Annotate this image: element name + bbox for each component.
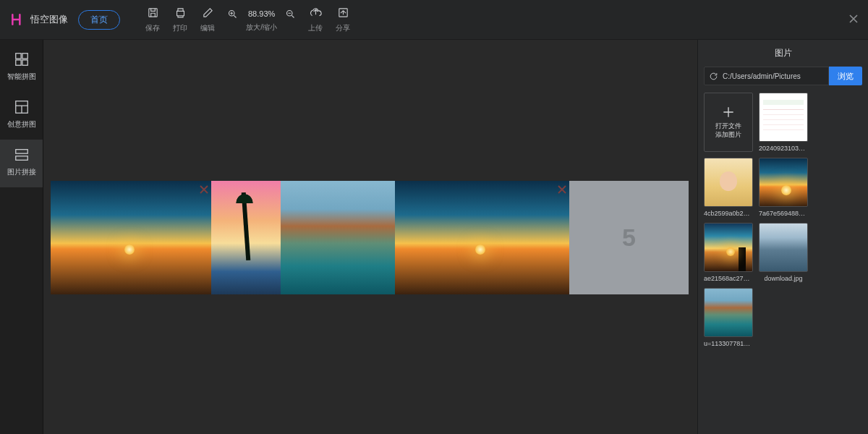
toolbar-group-share: 上传 分享 xyxy=(302,7,357,33)
slot-remove-button[interactable] xyxy=(558,184,566,192)
svg-rect-10 xyxy=(15,156,27,161)
refresh-icon[interactable] xyxy=(709,72,718,81)
path-input[interactable]: C:/Users/admin/Pictures xyxy=(704,67,829,85)
thumbnail-grid: 打开文件添加图片 2024092310340... 4cb2599a0b2a89… xyxy=(698,93,868,347)
thumbnail-label: 4cb2599a0b2a89e... xyxy=(704,210,753,217)
canvas-slot-1[interactable] xyxy=(51,181,211,294)
edit-button[interactable]: 编辑 xyxy=(194,7,221,33)
zoom-percent: 88.93% xyxy=(248,9,275,18)
thumbnail-item[interactable]: 7a67e56948809fd... xyxy=(759,158,808,217)
rows-icon xyxy=(14,147,30,163)
share-label: 分享 xyxy=(336,23,350,33)
sidebar-item-label: 创意拼图 xyxy=(7,119,36,129)
upload-label: 上传 xyxy=(308,23,323,33)
thumbnail-item[interactable]: 2024092310340... xyxy=(759,93,808,152)
share-button[interactable]: 分享 xyxy=(329,7,357,33)
svg-rect-4 xyxy=(15,54,20,59)
right-panel: 图片 C:/Users/admin/Pictures 浏览 打开文件添加图片 2… xyxy=(697,40,868,434)
plus-icon xyxy=(721,105,736,119)
canvas-slot-3[interactable] xyxy=(281,181,395,294)
upload-icon xyxy=(310,7,322,19)
svg-rect-7 xyxy=(22,60,27,65)
print-icon xyxy=(174,7,187,19)
zoom-out-icon[interactable] xyxy=(285,9,296,20)
thumbnail-item[interactable]: download.jpg xyxy=(759,223,808,282)
add-image-tile[interactable]: 打开文件添加图片 xyxy=(704,93,753,152)
grid-2x2-icon xyxy=(14,51,30,67)
stitch-canvas[interactable]: 5 xyxy=(51,181,689,294)
slot-remove-button[interactable] xyxy=(200,184,208,192)
save-icon xyxy=(147,7,159,19)
layout-icon xyxy=(14,99,30,115)
canvas-slot-4[interactable] xyxy=(395,181,569,294)
add-tile-line2: 添加图片 xyxy=(715,131,741,138)
thumbnail-label: ae21568ac27ea8e... xyxy=(704,275,753,282)
edit-icon xyxy=(202,7,214,19)
edit-label: 编辑 xyxy=(200,23,215,33)
home-button[interactable]: 首页 xyxy=(78,10,120,30)
slot-placeholder-number: 5 xyxy=(622,224,636,252)
share-icon xyxy=(337,7,349,19)
print-button[interactable]: 打印 xyxy=(166,7,194,33)
zoom-in-icon[interactable] xyxy=(227,9,238,20)
left-rail: 智能拼图 创意拼图 图片拼接 xyxy=(0,40,43,434)
topbar: 悟空图像 首页 保存 打印 编辑 88.93% 放大/缩小 上传 分享 xyxy=(0,0,868,40)
toolbar-group-file: 保存 打印 编辑 xyxy=(139,7,221,33)
svg-rect-5 xyxy=(22,54,27,59)
sidebar-item-label: 智能拼图 xyxy=(7,72,36,82)
svg-rect-9 xyxy=(15,150,27,154)
canvas-slot-5-empty[interactable]: 5 xyxy=(569,181,689,294)
thumbnail-label: 2024092310340... xyxy=(759,145,808,152)
sidebar-item-smart-collage[interactable]: 智能拼图 xyxy=(0,44,43,92)
canvas-slot-2[interactable] xyxy=(211,181,281,294)
sidebar-item-image-stitch[interactable]: 图片拼接 xyxy=(0,140,43,187)
thumbnail-label: download.jpg xyxy=(764,275,802,282)
right-panel-title: 图片 xyxy=(698,40,868,67)
browse-button[interactable]: 浏览 xyxy=(829,67,862,85)
close-button[interactable] xyxy=(849,13,858,26)
thumbnail-item[interactable]: 4cb2599a0b2a89e... xyxy=(704,158,753,217)
sidebar-item-label: 图片拼接 xyxy=(7,167,36,177)
close-icon xyxy=(200,185,208,194)
close-icon xyxy=(849,14,858,23)
sidebar-item-creative-collage[interactable]: 创意拼图 xyxy=(0,92,43,140)
upload-button[interactable]: 上传 xyxy=(302,7,329,33)
svg-rect-6 xyxy=(15,60,20,65)
zoom-group: 88.93% 放大/缩小 xyxy=(227,7,296,33)
canvas-area[interactable]: 5 xyxy=(43,40,697,434)
thumbnail-item[interactable]: u=1133077813,61... xyxy=(704,288,753,347)
thumbnail-item[interactable]: ae21568ac27ea8e... xyxy=(704,223,753,282)
close-icon xyxy=(558,185,566,194)
path-text: C:/Users/admin/Pictures xyxy=(723,72,801,80)
path-row: C:/Users/admin/Pictures 浏览 xyxy=(704,67,862,85)
add-tile-line1: 打开文件 xyxy=(715,122,741,129)
thumbnail-label: u=1133077813,61... xyxy=(704,340,753,347)
svg-rect-0 xyxy=(148,8,156,16)
print-label: 打印 xyxy=(173,23,187,33)
save-label: 保存 xyxy=(145,23,160,33)
app-name: 悟空图像 xyxy=(30,13,68,26)
zoom-label: 放大/缩小 xyxy=(246,22,277,33)
save-button[interactable]: 保存 xyxy=(139,7,166,33)
thumbnail-label: 7a67e56948809fd... xyxy=(759,210,808,217)
app-logo-icon xyxy=(10,12,25,27)
